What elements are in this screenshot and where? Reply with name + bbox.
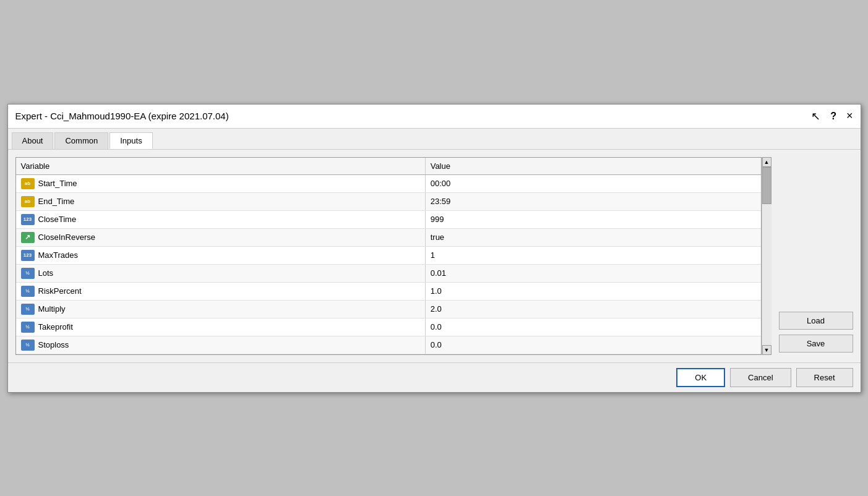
cell-value[interactable]: 23:59 bbox=[426, 194, 761, 209]
cell-variable: ↗ CloseInReverse bbox=[16, 229, 426, 246]
col-variable-header: Variable bbox=[16, 158, 426, 174]
table-row: ½ Takeprofit 0.0 bbox=[16, 319, 761, 336]
cell-value[interactable]: 0.01 bbox=[426, 265, 761, 281]
type-icon-123: 123 bbox=[21, 250, 35, 261]
cell-variable: ab End_Time bbox=[16, 193, 426, 210]
cell-variable: ½ Lots bbox=[16, 265, 426, 282]
bottom-bar: OK Cancel Reset bbox=[8, 362, 861, 392]
type-icon-ab: ab bbox=[21, 196, 35, 207]
cell-variable: ½ RiskPercent bbox=[16, 283, 426, 300]
cell-variable: ab Start_Time bbox=[16, 175, 426, 192]
cell-value[interactable]: true bbox=[426, 229, 761, 245]
table-row: 123 MaxTrades 1 bbox=[16, 247, 761, 265]
variable-name: Lots bbox=[38, 268, 54, 278]
cell-value[interactable]: 999 bbox=[426, 212, 761, 227]
save-button[interactable]: Save bbox=[779, 335, 853, 353]
cell-variable: 123 MaxTrades bbox=[16, 247, 426, 264]
type-icon-ab: ab bbox=[21, 178, 35, 189]
tab-inputs[interactable]: Inputs bbox=[110, 132, 152, 149]
table-body: ab Start_Time 00:00 ab End_Time 23:59 bbox=[16, 175, 761, 354]
cell-variable: 123 CloseTime bbox=[16, 211, 426, 228]
cell-value[interactable]: 1 bbox=[426, 247, 761, 263]
variable-name: Stoploss bbox=[38, 340, 69, 349]
variable-name: Start_Time bbox=[38, 179, 77, 188]
variable-name: MaxTrades bbox=[38, 250, 79, 260]
inputs-table: Variable Value ab Start_Time 00:00 bbox=[15, 157, 762, 355]
variable-name: Multiply bbox=[38, 304, 66, 314]
title-bar: Expert - Cci_Mahmoud1990-EA (expire 2021… bbox=[8, 105, 861, 129]
scroll-down-button[interactable]: ▼ bbox=[762, 345, 771, 355]
variable-name: CloseInReverse bbox=[38, 233, 96, 242]
close-button[interactable]: × bbox=[846, 109, 853, 122]
tab-common[interactable]: Common bbox=[54, 132, 108, 149]
window-title: Expert - Cci_Mahmoud1990-EA (expire 2021… bbox=[15, 111, 229, 121]
table-row: ab End_Time 23:59 bbox=[16, 193, 761, 211]
title-bar-controls: ↖ ? × bbox=[811, 109, 853, 123]
type-icon-v2: ½ bbox=[21, 286, 35, 297]
table-row: ½ Stoploss 0.0 bbox=[16, 336, 761, 354]
variable-name: RiskPercent bbox=[38, 286, 82, 296]
cancel-button[interactable]: Cancel bbox=[730, 368, 791, 387]
cursor-icon: ↖ bbox=[811, 109, 820, 123]
type-icon-123: 123 bbox=[21, 214, 35, 225]
table-row: ab Start_Time 00:00 bbox=[16, 175, 761, 193]
cell-variable: ½ Takeprofit bbox=[16, 319, 426, 336]
table-header: Variable Value bbox=[16, 158, 761, 175]
cell-variable: ½ Multiply bbox=[16, 301, 426, 318]
cell-value[interactable]: 0.0 bbox=[426, 337, 761, 353]
type-icon-chart: ↗ bbox=[21, 232, 35, 243]
table-row: ↗ CloseInReverse true bbox=[16, 229, 761, 247]
cell-value[interactable]: 2.0 bbox=[426, 301, 761, 317]
col-value-header: Value bbox=[426, 158, 761, 174]
variable-name: CloseTime bbox=[38, 215, 77, 224]
side-buttons: Load Save bbox=[779, 157, 853, 355]
variable-name: Takeprofit bbox=[38, 322, 73, 331]
variable-name: End_Time bbox=[38, 197, 75, 206]
scrollbar[interactable]: ▲ ▼ bbox=[762, 157, 771, 355]
type-icon-v2: ½ bbox=[21, 304, 35, 315]
cell-value[interactable]: 0.0 bbox=[426, 319, 761, 335]
ok-button[interactable]: OK bbox=[676, 368, 725, 387]
table-wrapper: Variable Value ab Start_Time 00:00 bbox=[15, 157, 771, 355]
reset-button[interactable]: Reset bbox=[796, 368, 853, 387]
table-row: ½ RiskPercent 1.0 bbox=[16, 283, 761, 301]
table-row-closetime: 123 CloseTime 999 bbox=[16, 211, 761, 229]
cell-value[interactable]: 00:00 bbox=[426, 176, 761, 191]
table-row: ½ Lots 0.01 bbox=[16, 265, 761, 283]
table-row: ½ Multiply 2.0 bbox=[16, 301, 761, 319]
type-icon-v2: ½ bbox=[21, 322, 35, 333]
help-button[interactable]: ? bbox=[830, 111, 836, 122]
dialog-window: Expert - Cci_Mahmoud1990-EA (expire 2021… bbox=[7, 104, 861, 393]
cell-variable: ½ Stoploss bbox=[16, 336, 426, 354]
type-icon-v2: ½ bbox=[21, 268, 35, 279]
scroll-track[interactable] bbox=[762, 167, 771, 345]
tabs-bar: About Common Inputs bbox=[8, 129, 861, 150]
type-icon-v2: ½ bbox=[21, 340, 35, 351]
content-area: Variable Value ab Start_Time 00:00 bbox=[8, 150, 861, 362]
cell-value[interactable]: 1.0 bbox=[426, 283, 761, 299]
scroll-up-button[interactable]: ▲ bbox=[762, 157, 771, 167]
tab-about[interactable]: About bbox=[12, 132, 54, 149]
load-button[interactable]: Load bbox=[779, 312, 853, 330]
scroll-thumb[interactable] bbox=[762, 167, 771, 204]
